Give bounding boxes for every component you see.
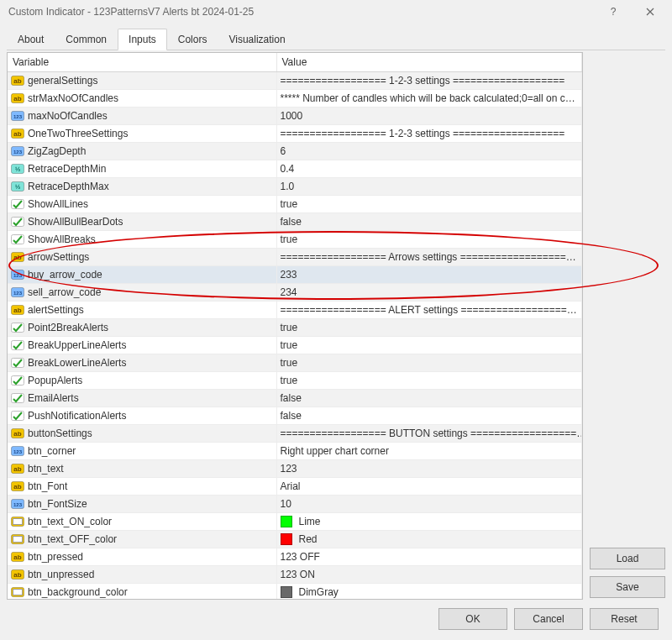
- svg-text:ab: ab: [13, 77, 21, 85]
- tab-common[interactable]: Common: [55, 29, 118, 50]
- table-row[interactable]: abbuttonSettings================== BUTTO…: [8, 425, 582, 443]
- table-row[interactable]: 123maxNoOfCandles1000: [8, 108, 582, 125]
- color-swatch: [281, 533, 292, 545]
- table-row[interactable]: ½RetraceDepthMin0.4: [8, 160, 582, 178]
- table-row[interactable]: 123buy_arrow_code233: [8, 266, 582, 284]
- table-row[interactable]: abstrMaxNoOfCandles***** Number of candl…: [8, 90, 582, 108]
- value-cell[interactable]: 233: [277, 266, 582, 283]
- value-cell[interactable]: 1000: [277, 108, 582, 124]
- value-text: true: [281, 233, 298, 245]
- type-123-icon: 123: [11, 145, 24, 157]
- svg-rect-31: [12, 412, 24, 421]
- value-cell[interactable]: ================== ALERT settings ======…: [277, 302, 582, 318]
- value-cell[interactable]: ***** Number of candles which will be ba…: [277, 90, 582, 107]
- value-cell[interactable]: true: [277, 354, 582, 371]
- table-row[interactable]: abarrowSettings================== Arrows…: [8, 249, 582, 266]
- reset-button[interactable]: Reset: [590, 608, 659, 630]
- value-cell[interactable]: ================== 1-2-3 settings ======…: [277, 125, 582, 142]
- variable-name: btn_corner: [28, 445, 76, 457]
- table-row[interactable]: ShowAllBreakstrue: [8, 231, 582, 249]
- value-cell[interactable]: ================== 1-2-3 settings ======…: [277, 72, 582, 89]
- value-text: ================== 1-2-3 settings ======…: [281, 128, 565, 139]
- table-row[interactable]: abbtn_FontArial: [8, 478, 582, 496]
- value-cell[interactable]: false: [277, 407, 582, 424]
- save-button[interactable]: Save: [590, 576, 665, 598]
- svg-text:ab: ab: [13, 571, 21, 579]
- load-button[interactable]: Load: [590, 548, 665, 569]
- properties-grid-scroll[interactable]: Variable Value abgeneralSettings========…: [8, 53, 582, 599]
- svg-text:ab: ab: [13, 95, 21, 102]
- value-cell[interactable]: true: [277, 231, 582, 248]
- value-cell[interactable]: 123 OFF: [277, 548, 582, 565]
- table-row[interactable]: ShowAllBullBearDotsfalse: [8, 213, 582, 231]
- table-row[interactable]: abbtn_text123: [8, 460, 582, 478]
- table-row[interactable]: abgeneralSettings================== 1-2-…: [8, 72, 582, 90]
- table-row[interactable]: ShowAllLinestrue: [8, 196, 582, 213]
- table-row[interactable]: btn_text_OFF_colorRed: [8, 531, 582, 548]
- value-cell[interactable]: Arial: [277, 478, 582, 495]
- table-row[interactable]: abOneTwoThreeSettings================== …: [8, 125, 582, 143]
- svg-text:ab: ab: [13, 307, 21, 314]
- ok-button[interactable]: OK: [438, 608, 507, 630]
- tab-visualization[interactable]: Visualization: [218, 29, 296, 50]
- value-cell[interactable]: 123: [277, 460, 582, 477]
- value-cell[interactable]: 10: [277, 496, 582, 512]
- value-cell[interactable]: Red: [277, 531, 582, 548]
- type-color-icon: [11, 516, 24, 527]
- help-button[interactable]: ?: [595, 0, 632, 24]
- table-row[interactable]: 123sell_arrow_code234: [8, 284, 582, 302]
- table-row[interactable]: btn_text_ON_colorLime: [8, 513, 582, 531]
- column-header-value[interactable]: Value: [276, 53, 582, 72]
- value-cell[interactable]: false: [277, 390, 582, 407]
- svg-text:ab: ab: [13, 553, 21, 561]
- value-cell[interactable]: false: [277, 213, 582, 230]
- table-row[interactable]: PopupAlertstrue: [8, 372, 582, 390]
- value-text: true: [281, 322, 298, 333]
- table-row[interactable]: abalertSettings================== ALERT …: [8, 302, 582, 319]
- table-row[interactable]: PushNotificationAlertsfalse: [8, 407, 582, 425]
- svg-text:123: 123: [13, 114, 23, 119]
- value-cell[interactable]: Right upper chart corner: [277, 443, 582, 459]
- value-text: true: [281, 339, 298, 351]
- svg-rect-16: [12, 218, 24, 227]
- table-row[interactable]: abbtn_unpressed123 ON: [8, 566, 582, 584]
- value-text: 10: [281, 498, 291, 510]
- value-cell[interactable]: true: [277, 196, 582, 212]
- properties-grid: Variable Value abgeneralSettings========…: [8, 53, 582, 599]
- value-cell[interactable]: 234: [277, 284, 582, 301]
- table-row[interactable]: btn_background_colorDimGray: [8, 584, 582, 600]
- value-cell[interactable]: 123 ON: [277, 566, 582, 583]
- value-cell[interactable]: ================== Arrows settings =====…: [277, 249, 582, 265]
- value-cell[interactable]: true: [277, 319, 582, 336]
- table-row[interactable]: 123btn_cornerRight upper chart corner: [8, 443, 582, 460]
- value-cell[interactable]: true: [277, 337, 582, 354]
- value-cell[interactable]: 1.0: [277, 178, 582, 195]
- table-row[interactable]: EmailAlertsfalse: [8, 390, 582, 407]
- value-cell[interactable]: true: [277, 372, 582, 389]
- table-row[interactable]: abbtn_pressed123 OFF: [8, 548, 582, 566]
- value-cell[interactable]: 6: [277, 143, 582, 160]
- value-cell[interactable]: ================== BUTTON settings =====…: [277, 425, 582, 442]
- close-button[interactable]: [632, 0, 669, 24]
- table-row[interactable]: BreakLowerLineAlertstrue: [8, 354, 582, 372]
- table-row[interactable]: 123btn_FontSize10: [8, 496, 582, 513]
- value-text: false: [281, 216, 302, 228]
- value-cell[interactable]: 0.4: [277, 160, 582, 177]
- cancel-button[interactable]: Cancel: [514, 608, 583, 630]
- value-cell[interactable]: DimGray: [277, 584, 582, 599]
- tab-about[interactable]: About: [7, 29, 55, 50]
- column-header-variable[interactable]: Variable: [8, 53, 276, 72]
- svg-text:123: 123: [13, 449, 23, 454]
- table-row[interactable]: ½RetraceDepthMax1.0: [8, 178, 582, 196]
- value-text: 1000: [281, 110, 303, 122]
- type-ab-icon: ab: [11, 75, 24, 87]
- tab-inputs[interactable]: Inputs: [118, 29, 167, 50]
- table-row[interactable]: BreakUpperLineAlertstrue: [8, 337, 582, 354]
- value-cell[interactable]: Lime: [277, 513, 582, 530]
- type-bool-icon: [11, 410, 24, 422]
- side-buttons: Load Save: [590, 52, 665, 600]
- tab-colors[interactable]: Colors: [167, 29, 218, 50]
- content-area: Variable Value abgeneralSettings========…: [0, 50, 672, 600]
- table-row[interactable]: Point2BreakAlertstrue: [8, 319, 582, 337]
- table-row[interactable]: 123ZigZagDepth6: [8, 143, 582, 160]
